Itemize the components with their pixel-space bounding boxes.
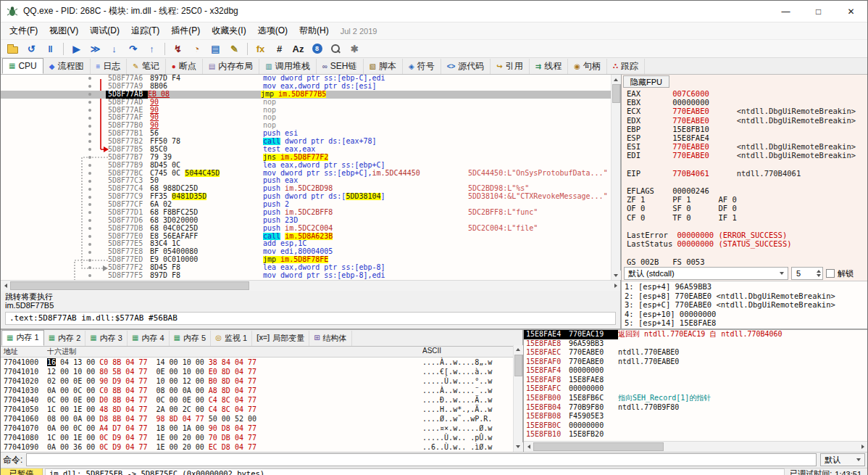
open-file-icon[interactable]: [4, 41, 22, 57]
tab-memory-5[interactable]: ▦内存 5: [170, 331, 212, 346]
disassembly-row[interactable]: 5D8F77C350push eax: [1, 177, 620, 185]
breakpoint-dot[interactable]: [88, 211, 91, 214]
dump-row[interactable]: 770410801C 00 1E 00 0C D9 04 77 1E 00 20…: [1, 433, 522, 442]
trace-into-icon[interactable]: ↯: [169, 41, 187, 57]
scroll-down-button[interactable]: [612, 270, 621, 280]
breakpoint-dot[interactable]: [88, 180, 91, 183]
patches-icon[interactable]: fx: [251, 41, 270, 57]
disassembly-row[interactable]: 5D8F77B779 39jns im.5D8F77F2: [1, 154, 620, 162]
disassembly-row[interactable]: 5D8F77F28D45 F8lea eax,dword ptr ss:[ebp…: [1, 264, 620, 272]
pause-icon[interactable]: ‖: [41, 41, 59, 57]
breakpoint-dot[interactable]: [88, 219, 91, 222]
tab-script[interactable]: ▧脚本: [364, 59, 403, 74]
stack-row[interactable]: 15E8FAF400000000: [524, 366, 867, 376]
breakpoint-dot[interactable]: [88, 109, 91, 112]
register-row[interactable]: EAX 007C6000: [627, 89, 867, 98]
tab-threads[interactable]: ⇉线程: [530, 59, 568, 74]
tab-cpu[interactable]: ▦CPU: [2, 58, 43, 74]
breakpoint-dot[interactable]: [88, 227, 91, 230]
register-row[interactable]: EFLAGS 00000246: [627, 186, 867, 195]
scroll-thumb[interactable]: [514, 355, 522, 376]
stack-horizontal-scrollbar[interactable]: [524, 441, 867, 452]
breakpoint-dot[interactable]: [88, 117, 91, 120]
stack-row[interactable]: 15E8FB0C00000000: [524, 421, 867, 431]
stack-row[interactable]: 15E8FB08F45905E3: [524, 412, 867, 421]
scroll-left-button[interactable]: [524, 442, 533, 451]
calling-convention-select[interactable]: 默认 (stdcall): [624, 267, 788, 280]
tab-notes[interactable]: ✎笔记: [127, 59, 165, 74]
register-row[interactable]: GS 002B FS 0053: [627, 257, 867, 266]
preferences-icon[interactable]: ✱: [346, 41, 364, 57]
disassembly-row[interactable]: 5D8F77B585C0test eax,eax: [1, 146, 620, 154]
run-to-user-code-icon[interactable]: ≫: [86, 41, 104, 57]
breakpoint-dot[interactable]: [88, 251, 91, 254]
strings-search-icon[interactable]: Az: [289, 41, 307, 57]
breakpoint-dot[interactable]: [88, 196, 91, 199]
register-row[interactable]: EIP 770B4061 ntdll.770B4061: [627, 169, 867, 178]
argument-row[interactable]: 3: [esp+C] 770EABE0 <ntdll.DbgUiRemoteBr…: [625, 300, 864, 310]
stack-row[interactable]: 15E8FB1015E8FB20: [524, 430, 867, 439]
menu-item[interactable]: 追踪(T): [125, 22, 165, 39]
scroll-left-button[interactable]: [1, 281, 10, 291]
breakpoint-dot[interactable]: [88, 101, 91, 104]
menu-item[interactable]: 调试(D): [84, 22, 125, 39]
stack-row[interactable]: 15E8FAF0770EABE0ntdll.770EABE0: [524, 358, 867, 367]
tab-memory-1[interactable]: ▦内存 1: [1, 330, 44, 346]
tab-log[interactable]: ≡日志: [91, 59, 128, 74]
breakpoint-dot[interactable]: [88, 156, 91, 159]
tab-symbols[interactable]: ◈符号: [403, 59, 441, 74]
argument-row[interactable]: 5: [esp+14] 15E8FAE8: [625, 318, 864, 328]
breakpoint-dot[interactable]: [88, 259, 91, 262]
spinner-buttons[interactable]: [817, 270, 821, 277]
menu-item[interactable]: 文件(F): [4, 22, 43, 39]
register-row[interactable]: ZF 1 PF 1 AF 0: [627, 195, 867, 204]
tab-struct[interactable]: ⊞结构体: [309, 331, 351, 346]
disassembly-row[interactable]: 5D8F77C9FF35 0481D35Dpush dword ptr ds:[…: [1, 193, 620, 201]
breakpoint-dot[interactable]: [88, 188, 91, 191]
stack-row[interactable]: 15E8FAFC00000000: [524, 384, 867, 394]
breakpoint-dot[interactable]: [88, 85, 91, 88]
disassembly-vertical-scrollbar[interactable]: [611, 75, 620, 280]
disassembly-row[interactable]: 5D8F77B156push esi: [1, 130, 620, 138]
menu-item[interactable]: 收藏夹(I): [206, 22, 251, 39]
stack-row[interactable]: 15E8FAEC770EABE0ntdll.770EABE0: [524, 348, 867, 358]
register-row[interactable]: EBX 00000000: [627, 98, 867, 107]
disassembly-row[interactable]: 5D8F77DB68 04C0C25Dpush im.5DC2C0045DC2C…: [1, 225, 620, 233]
disassembly-row[interactable]: 5D8F77B98D45 0Clea eax,dword ptr ss:[ebp…: [1, 162, 620, 170]
tab-handles[interactable]: ◉句柄: [568, 59, 607, 74]
disassembly-row[interactable]: 5D8F77E0E8 56EAFAFFcall im.5D8A623B: [1, 233, 620, 241]
breakpoint-dot[interactable]: [88, 148, 91, 151]
tab-trace[interactable]: ∴跟踪: [607, 59, 645, 74]
find-pattern-icon[interactable]: [327, 41, 345, 57]
dump-row[interactable]: 7704106008 00 0A 00 D8 8B 04 77 98 8D 04…: [1, 414, 522, 424]
menu-item[interactable]: 视图(V): [43, 22, 84, 39]
breakpoint-dot[interactable]: [88, 266, 91, 269]
run-icon[interactable]: ▶: [67, 41, 85, 57]
tab-source[interactable]: <>源代码: [441, 59, 491, 74]
tab-locals[interactable]: [x=]局部变量: [252, 331, 309, 346]
argument-row[interactable]: 2: [esp+8] 770EABE0 <ntdll.DbgUiRemoteBr…: [625, 292, 864, 301]
scroll-right-button[interactable]: [858, 442, 867, 451]
tab-memory-map[interactable]: ▤内存布局: [203, 59, 259, 74]
breakpoint-dot[interactable]: [88, 235, 91, 238]
trace-coverage-icon[interactable]: ◔: [188, 41, 206, 57]
disassembly-row[interactable]: 5D8F77E583C4 1Cadd esp,1C: [1, 240, 620, 248]
disassembly-row[interactable]: 5D8F77AF90nop: [1, 114, 620, 122]
notes-window-icon[interactable]: ✎: [225, 41, 243, 57]
maximize-button[interactable]: □: [802, 1, 835, 22]
dump-row[interactable]: 7704102002 00 0E 00 90 D9 04 77 10 00 12…: [1, 376, 522, 386]
title-bar[interactable]: QQ.exe - PID: 268C - 模块: im.dll - 线程: 25…: [1, 1, 867, 22]
dump-row[interactable]: 7704100016 04 13 00 C0 8B 04 77 14 00 10…: [1, 358, 522, 367]
menu-item[interactable]: 选项(O): [252, 22, 293, 39]
dump-row[interactable]: 770410501C 00 1E 00 48 8D 04 77 2A 00 2C…: [1, 405, 522, 414]
disassembly-row[interactable]: 5D8F77AD90nop: [1, 99, 620, 107]
breakpoint-dot[interactable]: [88, 243, 91, 246]
tab-memory-2[interactable]: ▦内存 2: [44, 331, 86, 346]
argument-row[interactable]: 4: [esp+10] 00000000: [625, 310, 864, 319]
disassembly-row[interactable]: 5D8F77BCC745 0C 5044C45Dmov dword ptr ss…: [1, 170, 620, 178]
stack-row[interactable]: 15E8FAF815E8FAE8: [524, 376, 867, 385]
breakpoint-dot[interactable]: [88, 203, 91, 206]
menu-item[interactable]: 插件(P): [165, 22, 206, 39]
calculator-icon[interactable]: #: [270, 41, 288, 57]
disassembly-row[interactable]: 5D8F77F5897D F8mov dword ptr ss:[ebp-8],…: [1, 272, 620, 280]
